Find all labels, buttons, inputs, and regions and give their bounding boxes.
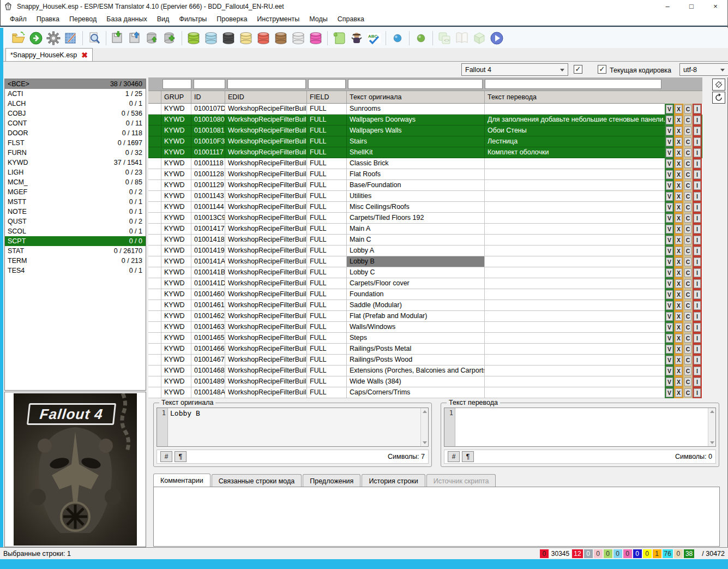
table-row[interactable]: KYWD01001118WorkshopRecipeFilterBuil...F… — [148, 158, 702, 169]
group-item-FLST[interactable]: FLST0 / 1697 — [5, 138, 146, 148]
action-x-button[interactable]: X — [674, 158, 683, 169]
header-field[interactable]: FIELD — [307, 91, 347, 104]
filter-field-input[interactable] — [308, 79, 346, 89]
action-i-button[interactable]: I — [693, 104, 702, 115]
action-x-button[interactable]: X — [674, 202, 683, 213]
blue-dot-icon[interactable] — [389, 30, 406, 46]
group-item-MCM_[interactable]: MCM_0 / 85 — [5, 177, 146, 187]
action-i-button[interactable]: I — [693, 115, 702, 125]
action-x-button[interactable]: X — [674, 344, 683, 355]
bottom-tab-3[interactable]: Предложения — [303, 474, 360, 487]
book-icon[interactable] — [454, 30, 470, 46]
action-c-button[interactable]: C — [683, 245, 693, 256]
db-green-icon[interactable] — [185, 30, 202, 46]
menu-item-5[interactable]: Вид — [152, 13, 175, 25]
action-c-button[interactable]: C — [683, 387, 693, 398]
menu-item-4[interactable]: База данных — [101, 13, 152, 25]
table-row[interactable]: KYWD01001144WorkshopRecipeFilterBuil...F… — [148, 202, 702, 213]
menu-item-8[interactable]: Инструменты — [252, 13, 304, 25]
action-x-button[interactable]: X — [674, 376, 683, 387]
action-c-button[interactable]: C — [683, 366, 693, 376]
action-c-button[interactable]: C — [683, 289, 693, 300]
action-x-button[interactable]: X — [674, 115, 683, 125]
action-x-button[interactable]: X — [674, 147, 683, 158]
table-row[interactable]: KYWD01001463WorkshopRecipeFilterBuil...F… — [148, 322, 702, 333]
action-x-button[interactable]: X — [674, 235, 683, 245]
db-add-icon[interactable] — [162, 30, 178, 46]
action-i-button[interactable]: I — [693, 376, 702, 387]
edit-options-icon[interactable] — [63, 30, 79, 46]
header-translation[interactable]: Текст перевода — [485, 91, 665, 104]
action-i-button[interactable]: I — [693, 213, 702, 224]
group-item-ALCH[interactable]: ALCH0 / 1 — [5, 99, 146, 109]
group-item-COBJ[interactable]: COBJ0 / 536 — [5, 109, 146, 118]
action-c-button[interactable]: C — [683, 147, 693, 158]
db-pink-icon[interactable] — [308, 30, 324, 46]
group-item-SCPT[interactable]: SCPT0 / 0 — [5, 236, 146, 246]
run-icon[interactable] — [28, 30, 44, 46]
action-i-button[interactable]: I — [693, 125, 702, 136]
group-item-NOTE[interactable]: NOTE0 / 1 — [5, 207, 146, 217]
table-row[interactable]: KYWD01001460WorkshopRecipeFilterBuil...F… — [148, 289, 702, 300]
document-tab[interactable]: *Snappy_HouseK.esp ✖ — [5, 48, 93, 61]
group-item-LIGH[interactable]: LIGH0 / 23 — [5, 167, 146, 177]
table-row[interactable]: KYWD01001462WorkshopRecipeFilterBuil...F… — [148, 311, 702, 322]
checkbox-encoding[interactable]: ✓ — [598, 65, 606, 74]
action-v-button[interactable]: V — [665, 355, 674, 366]
table-row[interactable]: KYWD0100141BWorkshopRecipeFilterBuil...F… — [148, 267, 702, 278]
table-row[interactable]: KYWD01001418WorkshopRecipeFilterBuil...F… — [148, 235, 702, 245]
action-x-button[interactable]: X — [674, 387, 683, 398]
action-i-button[interactable]: I — [693, 366, 702, 376]
action-c-button[interactable]: C — [683, 158, 693, 169]
action-x-button[interactable]: X — [674, 333, 683, 344]
action-i-button[interactable]: I — [693, 169, 702, 180]
group-item-DOOR[interactable]: DOOR0 / 118 — [5, 128, 146, 138]
group-item-QUST[interactable]: QUST0 / 2 — [5, 217, 146, 226]
editor-scrollbar[interactable] — [420, 408, 428, 446]
editor-scrollbar[interactable] — [708, 408, 715, 446]
hash-button[interactable]: # — [160, 451, 172, 462]
action-c-button[interactable]: C — [683, 322, 693, 333]
action-x-button[interactable]: X — [674, 256, 683, 267]
menu-item-7[interactable]: Проверка — [212, 13, 252, 25]
encoding-select[interactable]: utf-8 — [679, 63, 728, 76]
action-x-button[interactable]: X — [674, 169, 683, 180]
group-item-TES4[interactable]: TES40 / 1 — [5, 266, 146, 275]
header-id[interactable]: ID — [191, 91, 225, 104]
action-x-button[interactable]: X — [674, 104, 683, 115]
minimize-button[interactable]: – — [655, 0, 679, 13]
table-row[interactable]: KYWD0100148AWorkshopRecipeFilterBuil...F… — [148, 387, 702, 398]
filter-translation-input[interactable] — [485, 79, 661, 89]
script-scroll-icon[interactable] — [331, 30, 347, 46]
menu-item-9[interactable]: Моды — [304, 13, 333, 25]
bottom-tab-1[interactable]: Комментарии — [153, 474, 210, 487]
action-i-button[interactable]: I — [693, 278, 702, 289]
group-item-KYWD[interactable]: KYWD37 / 1541 — [5, 158, 146, 167]
game-select[interactable]: Fallout 4 — [461, 63, 568, 76]
db-black-icon[interactable] — [220, 30, 237, 46]
checkbox-1[interactable]: ✓ — [574, 65, 582, 74]
action-x-button[interactable]: X — [674, 245, 683, 256]
action-x-button[interactable]: X — [674, 322, 683, 333]
action-x-button[interactable]: X — [674, 125, 683, 136]
action-v-button[interactable]: V — [665, 311, 674, 322]
action-c-button[interactable]: C — [683, 267, 693, 278]
group-item-STAT[interactable]: STAT0 / 26170 — [5, 246, 146, 256]
table-row[interactable]: KYWD01001468WorkshopRecipeFilterBuil...F… — [148, 366, 702, 376]
action-i-button[interactable]: I — [693, 355, 702, 366]
action-i-button[interactable]: I — [693, 147, 702, 158]
action-x-button[interactable]: X — [674, 136, 683, 147]
clear-filters-button[interactable] — [712, 79, 725, 91]
action-i-button[interactable]: I — [693, 202, 702, 213]
action-i-button[interactable]: I — [693, 311, 702, 322]
action-x-button[interactable]: X — [674, 278, 683, 289]
db-white-icon[interactable] — [290, 30, 306, 46]
bottom-tab-4[interactable]: История строки — [362, 474, 425, 487]
db-brown-icon[interactable] — [273, 30, 289, 46]
table-row[interactable]: KYWD01001466WorkshopRecipeFilterBuil...F… — [148, 344, 702, 355]
action-c-button[interactable]: C — [683, 180, 693, 191]
menu-item-10[interactable]: Справка — [333, 13, 369, 25]
group-item-CONT[interactable]: CONT0 / 11 — [5, 118, 146, 128]
action-v-button[interactable]: V — [665, 376, 674, 387]
group-item-MGEF[interactable]: MGEF0 / 2 — [5, 187, 146, 197]
